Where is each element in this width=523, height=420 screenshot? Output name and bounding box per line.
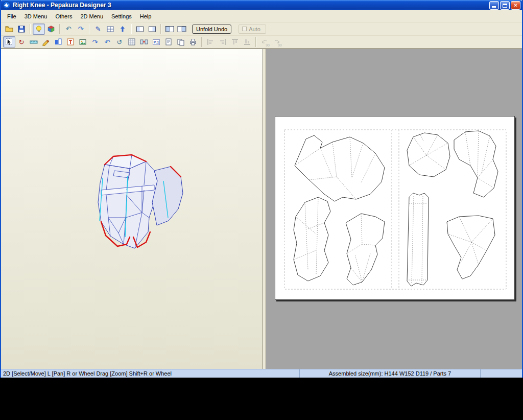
unfold-undo-button[interactable]: Unfold Undo xyxy=(192,25,231,34)
light-toggle-button[interactable] xyxy=(33,24,45,35)
pattern-part-5[interactable] xyxy=(454,131,498,197)
toolbar-separator xyxy=(59,24,60,34)
split-view-left-icon xyxy=(165,25,174,33)
model-faces xyxy=(98,155,183,248)
toolbar-separator xyxy=(89,24,90,34)
menu-settings[interactable]: Settings xyxy=(107,12,136,21)
main-area xyxy=(1,49,522,369)
pattern-part-3[interactable] xyxy=(346,214,385,285)
close-button[interactable]: × xyxy=(511,1,520,10)
pattern-part-6[interactable] xyxy=(407,193,429,286)
toolbar-separator xyxy=(160,24,161,34)
auto-label: Auto xyxy=(249,26,260,32)
pattern-part-7[interactable] xyxy=(447,216,495,279)
paint-flap-button[interactable] xyxy=(40,36,52,48)
curve-right-icon: ↷ xyxy=(92,39,98,45)
menubar: File 3D Menu Others 2D Menu Settings Hel… xyxy=(1,10,522,22)
show-2d-window-button[interactable] xyxy=(146,24,158,35)
join-parts-button[interactable] xyxy=(138,36,150,48)
rotate-tool-button[interactable]: ↻ xyxy=(15,36,28,48)
print-preview-button[interactable] xyxy=(175,36,187,48)
pattern-part-2[interactable] xyxy=(294,197,330,281)
add-text-button[interactable] xyxy=(64,36,77,48)
menu-3d-menu[interactable]: 3D Menu xyxy=(20,12,52,21)
3d-view-pane[interactable] xyxy=(1,49,263,369)
select-move-tool-button[interactable] xyxy=(3,36,15,48)
maximize-icon xyxy=(503,4,507,8)
save-icon xyxy=(17,25,26,33)
show-3d-window-button[interactable] xyxy=(134,24,146,35)
pattern-part-1[interactable] xyxy=(295,135,385,201)
undo-button[interactable]: ↶ xyxy=(62,24,75,35)
split-view-right-icon xyxy=(177,25,186,33)
grid-icon xyxy=(128,38,136,46)
edit-mode-button[interactable]: ✎ xyxy=(92,24,104,35)
toolbar-separator xyxy=(201,37,202,47)
3d-model-wireframe xyxy=(1,49,263,369)
reset-view-button[interactable] xyxy=(116,24,129,35)
checkbox-icon xyxy=(242,27,247,31)
divide-part-button[interactable] xyxy=(126,36,138,48)
pattern-page[interactable] xyxy=(275,116,515,300)
align-bottom-icon xyxy=(243,38,251,46)
maximize-button[interactable] xyxy=(500,1,510,10)
align-left-button[interactable] xyxy=(204,36,217,48)
check-mesh-button[interactable] xyxy=(104,24,116,35)
page-number-icon: P.1 xyxy=(153,39,160,45)
page-number-button[interactable]: P.1 xyxy=(150,36,162,48)
minimize-button[interactable] xyxy=(489,1,499,10)
page-setup-button[interactable] xyxy=(162,36,175,48)
align-bottom-button[interactable] xyxy=(241,36,253,48)
toolbar-separator xyxy=(255,37,256,47)
menu-2d-menu[interactable]: 2D Menu xyxy=(76,12,107,21)
curve-left-icon: ↶ xyxy=(105,39,110,45)
layout-split-right-button[interactable] xyxy=(176,24,188,35)
pages-icon xyxy=(177,38,185,46)
rotate-90-cw-label: 90 xyxy=(278,43,282,47)
rotate-90-ccw-button[interactable]: 90 xyxy=(258,36,271,48)
save-button[interactable] xyxy=(15,24,28,35)
redo-icon: ↷ xyxy=(78,26,84,32)
light-bulb-icon xyxy=(35,25,43,33)
titlebar[interactable]: Right Knee - Pepakura Designer 3 × xyxy=(1,0,522,10)
menu-others[interactable]: Others xyxy=(51,12,76,21)
texture-view-button[interactable] xyxy=(45,24,57,35)
add-image-button[interactable] xyxy=(77,36,89,48)
rotate-90-cw-button[interactable]: 90 xyxy=(271,36,283,48)
print-button[interactable] xyxy=(187,36,199,48)
printer-icon xyxy=(189,38,197,46)
rotate-ccw-button[interactable]: ↺ xyxy=(113,36,126,48)
rotate-ccw-icon: ↺ xyxy=(117,39,123,45)
2d-view-pane[interactable] xyxy=(266,49,522,369)
window-2d-icon xyxy=(148,25,156,33)
toolbar-2d: ↻ ↷ ↶ ↺ P.1 xyxy=(1,36,522,49)
ruler-button[interactable] xyxy=(28,36,40,48)
status-spacer xyxy=(481,369,522,378)
pattern-layout xyxy=(275,116,515,300)
curve-right-button[interactable]: ↷ xyxy=(89,36,101,48)
app-icon xyxy=(3,1,11,9)
redo-button[interactable]: ↷ xyxy=(75,24,87,35)
curve-left-button[interactable]: ↶ xyxy=(101,36,113,48)
align-top-button[interactable] xyxy=(229,36,241,48)
app-window: Right Knee - Pepakura Designer 3 × File … xyxy=(0,0,523,378)
flip-up-icon xyxy=(118,25,127,33)
open-button[interactable] xyxy=(3,24,15,35)
align-top-icon xyxy=(231,38,239,46)
layer-order-button[interactable] xyxy=(52,36,64,48)
pattern-part-4[interactable] xyxy=(407,133,450,177)
pen-icon: ✎ xyxy=(96,26,101,32)
texture-cube-icon xyxy=(47,25,55,33)
toolbar-main: ↶ ↷ ✎ Unfold Undo Auto xyxy=(1,22,522,36)
align-right-button[interactable] xyxy=(217,36,229,48)
rotate-icon: ↻ xyxy=(19,39,25,45)
statusbar: 2D [Select/Move] L [Pan] R or Wheel Drag… xyxy=(1,369,522,378)
page-setup-icon xyxy=(164,38,173,46)
window-controls: × xyxy=(489,1,520,10)
menu-file[interactable]: File xyxy=(3,12,20,21)
layers-icon xyxy=(54,38,62,46)
join-parts-icon xyxy=(140,38,148,46)
menu-help[interactable]: Help xyxy=(136,12,156,21)
layout-split-left-button[interactable] xyxy=(163,24,176,35)
auto-checkbox[interactable]: Auto xyxy=(239,25,266,34)
